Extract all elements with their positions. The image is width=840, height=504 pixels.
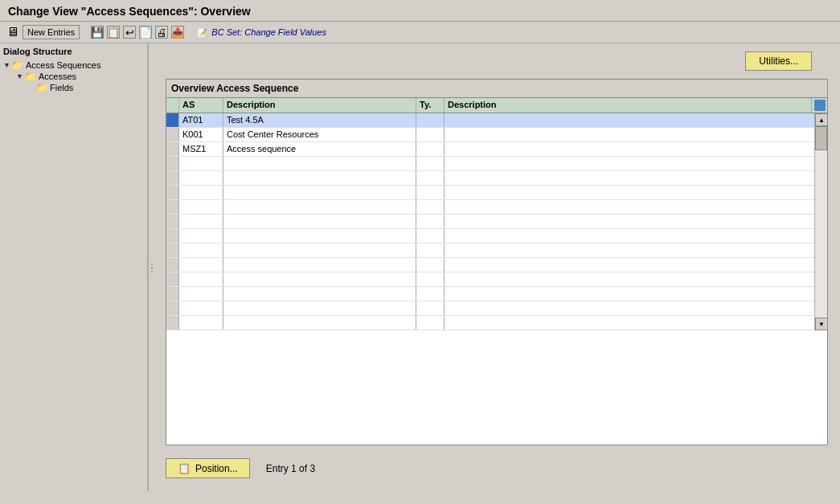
tree-label-accesses: Accesses [39,72,76,81]
cell-as [179,200,223,214]
export-icon[interactable]: 📤 [171,26,184,39]
table-row[interactable] [166,287,814,301]
table-row[interactable] [166,157,814,171]
cell-ty [416,215,445,228]
scroll-down-button[interactable]: ▼ [815,318,828,330]
save-icon[interactable]: 💾 [91,26,104,39]
row-indicator [166,128,179,141]
main-layout: Dialog Structure ▼ 📁 Access Sequences ▼ … [0,43,840,491]
cell-as [179,229,223,243]
cell-ty [416,316,445,330]
cell-description2 [445,244,814,257]
cell-description2 [445,301,814,315]
table-row[interactable] [166,316,814,330]
sidebar-item-access-sequences[interactable]: ▼ 📁 Access Sequences [3,59,144,71]
table-row[interactable] [166,301,814,316]
cell-as [179,258,223,272]
column-headers: AS Description Ty. Description [166,98,827,113]
cell-ty [416,244,445,257]
cell-as [179,301,223,315]
table-row[interactable] [166,229,814,244]
table-row[interactable] [166,258,814,272]
grid-config-icon [814,100,826,111]
cell-description2 [445,186,814,199]
cell-description2 [445,258,814,272]
cell-ty [416,229,445,243]
folder-icon-3: 📁 [36,83,47,92]
position-label: Position... [195,463,238,474]
table-row[interactable] [166,171,814,186]
row-indicator [166,215,179,228]
cell-description [223,171,416,185]
cell-as [179,171,223,185]
cell-description [223,287,416,301]
cell-description2 [445,128,814,141]
table-row[interactable] [166,200,814,215]
cell-description2 [445,200,814,214]
cell-description [223,258,416,272]
table-row[interactable] [166,244,814,258]
row-indicator [166,301,179,315]
cell-description [223,229,416,243]
utilities-button[interactable]: Utilities... [745,51,812,71]
table-row[interactable] [166,215,814,229]
back-icon[interactable]: ↩ [123,26,136,39]
table-header: Overview Access Sequence [166,80,827,98]
row-indicator-header [166,98,179,113]
settings-icon-header[interactable] [811,98,827,113]
position-button[interactable]: 📋 Position... [166,458,250,478]
left-panel: Dialog Structure ▼ 📁 Access Sequences ▼ … [0,43,149,491]
new-entries-label: New Entries [27,27,75,37]
cell-description [223,157,416,170]
bc-set-icon: 📝 [195,26,208,39]
cell-as [179,186,223,199]
forward-icon[interactable]: 📄 [139,26,152,39]
sap-icon: 🖥 [6,26,19,39]
cell-ty [416,171,445,185]
print-icon[interactable]: 🖨 [155,26,168,39]
table-row[interactable]: K001Cost Center Resources [166,128,814,142]
vertical-scrollbar[interactable]: ▲ ▼ [814,113,827,330]
cell-description2 [445,142,814,156]
cell-ty [416,157,445,170]
sidebar-item-fields[interactable]: ▶ 📁 Fields [3,82,144,93]
cell-as [179,244,223,257]
page-title: Change View "Access Sequences": Overview [8,5,832,18]
cell-description2 [445,287,814,301]
sidebar-item-accesses[interactable]: ▼ 📁 Accesses [3,71,144,82]
scroll-thumb[interactable] [815,126,827,150]
cell-description [223,244,416,257]
folder-icon-2: 📁 [25,72,36,81]
cell-ty [416,258,445,272]
table-row[interactable]: MSZ1Access sequence [166,142,814,157]
row-indicator [166,113,179,127]
row-indicator [166,272,179,286]
row-indicator [166,258,179,272]
cell-description2 [445,171,814,185]
cell-description [223,316,416,330]
cell-as [179,316,223,330]
cell-ty [416,272,445,286]
cell-ty [416,128,445,141]
cell-description2 [445,272,814,286]
cell-description2 [445,113,814,127]
row-indicator [166,157,179,170]
cell-description [223,301,416,315]
cell-description2 [445,215,814,228]
cell-as [179,157,223,170]
col-header-description2: Description [445,98,811,113]
scroll-up-button[interactable]: ▲ [815,113,828,126]
cell-description [223,215,416,228]
copy-icon[interactable]: 📋 [107,26,120,39]
cell-as: MSZ1 [179,142,223,156]
table-row[interactable] [166,186,814,200]
cell-description [223,200,416,214]
cell-ty [416,287,445,301]
scroll-track [815,126,827,318]
new-entries-button[interactable]: New Entries [23,25,80,39]
cell-description [223,272,416,286]
table-row[interactable]: AT01Test 4.5A [166,113,814,128]
utilities-row: Utilities... [166,51,828,71]
table-row[interactable] [166,272,814,287]
bottom-bar: 📋 Position... Entry 1 of 3 [166,453,828,483]
